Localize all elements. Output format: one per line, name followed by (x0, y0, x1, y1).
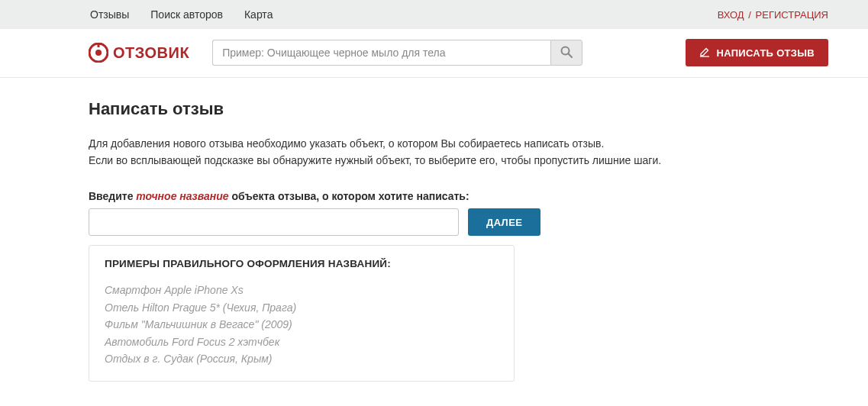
object-input-row: ДАЛЕЕ (89, 208, 828, 236)
page-title: Написать отзыв (89, 99, 828, 119)
search-icon (560, 46, 573, 60)
prompt-prefix: Введите (89, 190, 136, 202)
write-review-label: НАПИСАТЬ ОТЗЫВ (716, 47, 815, 59)
logo-icon (89, 43, 108, 63)
nav-map[interactable]: Карта (244, 8, 273, 21)
prompt-accent: точное название (136, 190, 228, 202)
next-button[interactable]: ДАЛЕЕ (468, 208, 540, 236)
example-item: Фильм "Мальчишник в Вегасе" (2009) (105, 316, 499, 333)
pencil-icon (699, 47, 710, 60)
search (212, 40, 582, 66)
intro-line-2: Если во всплывающей подсказке вы обнаруж… (89, 153, 828, 169)
intro-line-1: Для добавления нового отзыва необходимо … (89, 136, 828, 153)
example-item: Автомобиль Ford Focus 2 хэтчбек (105, 334, 499, 350)
object-name-input[interactable] (89, 208, 459, 236)
example-item: Отель Hilton Prague 5* (Чехия, Прага) (105, 299, 499, 316)
auth-links: ВХОД / РЕГИСТРАЦИЯ (718, 9, 828, 21)
logo[interactable]: ОТЗОВИК (89, 43, 189, 63)
register-link[interactable]: РЕГИСТРАЦИЯ (756, 9, 828, 21)
prompt-suffix: объекта отзыва, о котором хотите написат… (229, 190, 469, 202)
example-item: Отдых в г. Судак (Россия, Крым) (105, 350, 499, 367)
write-review-button[interactable]: НАПИСАТЬ ОТЗЫВ (686, 39, 828, 66)
svg-line-4 (568, 53, 572, 57)
auth-sep: / (748, 9, 751, 21)
intro-text: Для добавления нового отзыва необходимо … (89, 136, 828, 169)
svg-point-1 (95, 50, 102, 56)
svg-rect-2 (98, 43, 100, 47)
examples-box: ПРИМЕРЫ ПРАВИЛЬНОГО ОФОРМЛЕНИЯ НАЗВАНИЙ:… (89, 245, 515, 382)
top-nav: Отзывы Поиск авторов Карта (40, 8, 273, 21)
top-bar: Отзывы Поиск авторов Карта ВХОД / РЕГИСТ… (0, 0, 868, 29)
examples-title: ПРИМЕРЫ ПРАВИЛЬНОГО ОФОРМЛЕНИЯ НАЗВАНИЙ: (105, 258, 499, 269)
header: ОТЗОВИК НАПИСАТЬ ОТЗЫВ (0, 29, 868, 78)
login-link[interactable]: ВХОД (718, 9, 744, 21)
main-content: Написать отзыв Для добавления нового отз… (0, 78, 868, 406)
example-item: Смартфон Apple iPhone Xs (105, 282, 499, 298)
nav-authors[interactable]: Поиск авторов (150, 8, 223, 21)
examples-list: Смартфон Apple iPhone Xs Отель Hilton Pr… (105, 282, 499, 367)
search-input[interactable] (212, 40, 550, 66)
object-prompt: Введите точное название объекта отзыва, … (89, 190, 828, 202)
search-button[interactable] (550, 40, 582, 66)
logo-text: ОТЗОВИК (113, 44, 189, 62)
nav-reviews[interactable]: Отзывы (90, 8, 129, 21)
